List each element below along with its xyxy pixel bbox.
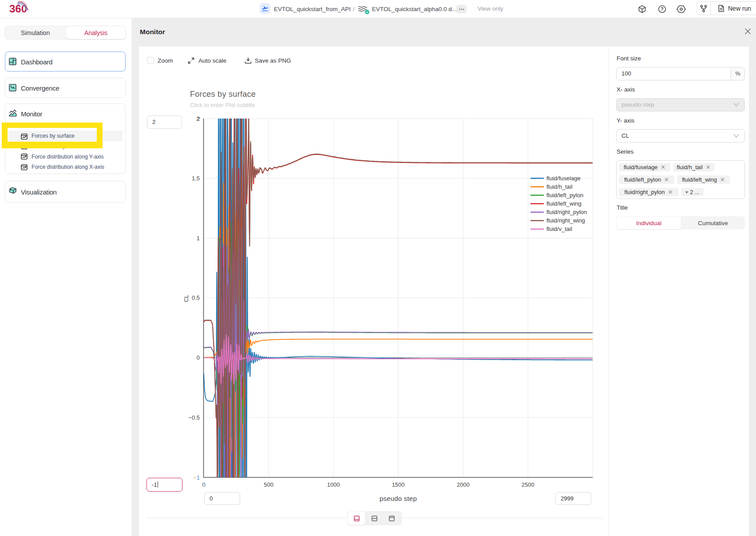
svg-text:2: 2 (197, 115, 200, 122)
svg-text:0.5: 0.5 (192, 294, 200, 301)
svg-text:0: 0 (202, 481, 206, 488)
svg-text:fluid/right_wing: fluid/right_wing (546, 217, 585, 224)
svg-text:?: ? (661, 6, 663, 12)
svg-text:fluid/fuselage: fluid/fuselage (546, 175, 581, 182)
svg-text:fluid/left_pylon: fluid/left_pylon (546, 192, 583, 199)
svg-text:fluid/h_tail: fluid/h_tail (546, 183, 573, 190)
svg-text:2000: 2000 (457, 481, 470, 488)
svg-text:1000: 1000 (327, 481, 340, 488)
svg-text:fluid/right_pylon: fluid/right_pylon (546, 209, 587, 215)
svg-text:CL: CL (183, 295, 190, 302)
svg-text:1500: 1500 (392, 481, 405, 488)
svg-text:−0.5: −0.5 (188, 414, 200, 421)
svg-text:0: 0 (197, 354, 200, 361)
svg-text:fluid/left_wing: fluid/left_wing (546, 200, 582, 207)
svg-text:−1: −1 (193, 474, 200, 481)
svg-text:1: 1 (197, 235, 200, 242)
svg-text:1.5: 1.5 (192, 175, 200, 182)
svg-text:500: 500 (264, 481, 273, 488)
svg-text:fluid/v_tail: fluid/v_tail (546, 226, 572, 232)
svg-text:2500: 2500 (522, 481, 534, 488)
